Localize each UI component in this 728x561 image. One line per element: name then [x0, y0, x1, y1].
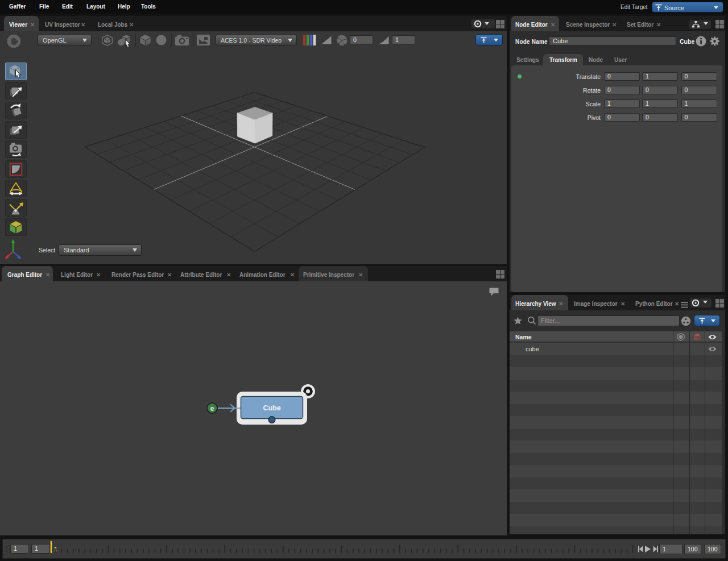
svg-text:Cube: Cube: [263, 404, 280, 412]
svg-text:e: e: [210, 405, 214, 413]
